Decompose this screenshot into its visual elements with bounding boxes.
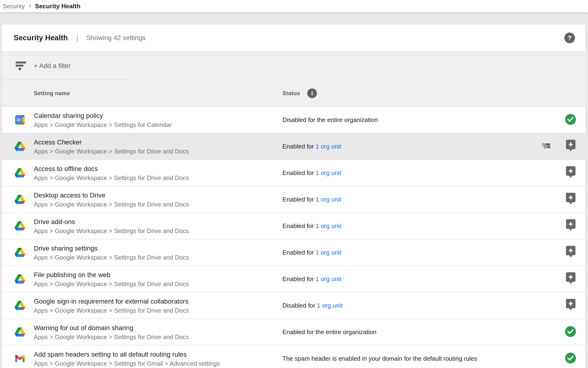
setting-text: Desktop access to Drive Apps > Google Wo… — [34, 191, 189, 209]
status-cell: Enabled for 1 org unit — [282, 249, 341, 256]
breadcrumb-current-page: Security Health — [35, 3, 80, 10]
drive-icon — [15, 168, 25, 178]
table-row[interactable]: Desktop access to Drive Apps > Google Wo… — [2, 186, 585, 212]
setting-text: Access Checker Apps > Google Workspace >… — [34, 138, 189, 156]
drive-icon — [15, 328, 25, 337]
setting-name: Google sign-in requirement for external … — [34, 297, 189, 306]
status-text: Enabled for — [282, 249, 316, 256]
setting-text: Add spam headers setting to all default … — [34, 350, 220, 368]
app-icon — [14, 142, 25, 151]
table-row[interactable]: Access Checker Apps > Google Workspace >… — [2, 133, 585, 159]
add-filter-button[interactable]: + Add a filter — [34, 62, 71, 70]
setting-name: Access to offline docs — [34, 164, 189, 173]
app-icon — [14, 195, 25, 204]
setting-path: Apps > Google Workspace > Settings for D… — [34, 306, 189, 315]
page-background: Security Health | Showing 42 settings ? … — [0, 12, 588, 368]
status-cell: Enabled for 1 org unit — [282, 196, 341, 203]
table-row[interactable]: Drive sharing settings Apps > Google Wor… — [2, 239, 585, 266]
setting-text: File publishing on the web Apps > Google… — [34, 270, 189, 289]
table-row[interactable]: File publishing on the web Apps > Google… — [2, 266, 585, 292]
org-unit-link[interactable]: 1 org unit — [317, 302, 342, 309]
app-icon — [14, 221, 25, 231]
status-info-icon[interactable]: i — [307, 88, 317, 98]
status-text: The spam header is enabled in your domai… — [282, 355, 477, 362]
table-row[interactable]: Warning for out of domain sharing Apps >… — [2, 319, 585, 345]
recommendation-icon[interactable] — [566, 246, 575, 258]
setting-text: Drive sharing settings Apps > Google Wor… — [34, 244, 189, 262]
table-row[interactable]: 31 Calendar sharing policy Apps > Google… — [2, 106, 585, 133]
setting-name: Drive sharing settings — [34, 244, 189, 253]
status-cell: Enabled for 1 org unit — [282, 143, 341, 150]
help-icon[interactable]: ? — [564, 33, 575, 43]
svg-text:31: 31 — [17, 118, 21, 122]
org-unit-link[interactable]: 1 org unit — [316, 169, 341, 176]
security-health-card: Security Health | Showing 42 settings ? … — [2, 24, 586, 368]
settings-list: 31 Calendar sharing policy Apps > Google… — [2, 106, 585, 368]
breadcrumb-chevron-icon: › — [29, 2, 31, 9]
status-cell: The spam header is enabled in your domai… — [282, 355, 477, 362]
setting-name: File publishing on the web — [34, 270, 189, 279]
setting-name: Add spam headers setting to all default … — [34, 350, 220, 359]
page-title: Security Health — [14, 34, 68, 42]
setting-path: Apps > Google Workspace > Settings for D… — [34, 332, 189, 342]
card-header: Security Health | Showing 42 settings ? — [2, 24, 585, 52]
table-row[interactable]: Google sign-in requirement for external … — [2, 292, 585, 319]
status-text: Enabled for — [282, 222, 316, 230]
recommendation-icon[interactable] — [566, 166, 575, 179]
status-text: Enabled for — [282, 276, 316, 283]
drive-icon — [15, 195, 25, 204]
setting-text: Google sign-in requirement for external … — [34, 297, 189, 315]
status-text: Disabled for the entire organization — [282, 116, 378, 123]
gmail-icon — [15, 355, 25, 362]
org-unit-link[interactable]: 1 org unit — [316, 276, 341, 283]
recommendation-icon[interactable] — [566, 272, 575, 285]
breadcrumb: Security › Security Health — [0, 0, 588, 12]
table-row[interactable]: Add spam headers setting to all default … — [2, 345, 585, 368]
status-text: Enabled for — [282, 196, 316, 203]
drive-icon — [15, 248, 25, 257]
status-text: Enabled for — [282, 169, 316, 176]
org-unit-link[interactable]: 1 org unit — [316, 249, 341, 256]
setting-path: Apps > Google Workspace > Settings for D… — [34, 200, 189, 209]
status-cell: Enabled for 1 org unit — [282, 222, 341, 230]
setting-name: Access Checker — [34, 138, 189, 147]
org-unit-icon — [542, 143, 550, 149]
filter-list-icon — [15, 61, 26, 70]
app-icon — [14, 355, 25, 362]
setting-name: Calendar sharing policy — [34, 111, 172, 120]
status-text: Enabled for the entire organization — [282, 329, 377, 336]
table-header: Setting name Status i — [2, 80, 585, 106]
recommendation-icon[interactable] — [566, 140, 575, 153]
settings-count: Showing 42 settings — [86, 34, 146, 42]
column-status: Status — [282, 90, 300, 97]
status-cell: Enabled for 1 org unit — [282, 169, 341, 177]
setting-name: Desktop access to Drive — [34, 191, 189, 200]
setting-text: Calendar sharing policy Apps > Google Wo… — [34, 111, 172, 129]
org-unit-link[interactable]: 1 org unit — [316, 196, 341, 203]
drive-icon — [15, 142, 25, 151]
breadcrumb-security-link[interactable]: Security — [3, 3, 25, 10]
recommendation-icon[interactable] — [566, 219, 575, 232]
setting-text: Drive add-ons Apps > Google Workspace > … — [34, 217, 189, 236]
app-icon — [14, 275, 25, 284]
setting-path: Apps > Google Workspace > Settings for G… — [34, 359, 220, 368]
app-icon — [14, 328, 25, 337]
table-row[interactable]: Drive add-ons Apps > Google Workspace > … — [2, 212, 585, 239]
table-row[interactable]: Access to offline docs Apps > Google Wor… — [2, 159, 585, 186]
org-unit-link[interactable]: 1 org unit — [316, 143, 341, 150]
status-text: Enabled for — [282, 143, 316, 150]
app-icon: 31 — [14, 115, 25, 125]
setting-name: Drive add-ons — [34, 217, 189, 226]
status-ok-icon — [565, 326, 576, 338]
org-unit-link[interactable]: 1 org unit — [316, 222, 341, 230]
status-cell: Disabled for 1 org unit — [282, 302, 342, 309]
app-icon — [14, 168, 25, 178]
app-icon — [14, 301, 25, 310]
filter-and-header-band: + Add a filter Setting name Status i — [2, 52, 585, 106]
drive-icon — [15, 221, 25, 231]
setting-text: Access to offline docs Apps > Google Wor… — [34, 164, 189, 183]
drive-icon — [15, 301, 25, 310]
recommendation-icon[interactable] — [566, 193, 575, 206]
status-text: Disabled for — [282, 302, 317, 309]
recommendation-icon[interactable] — [566, 299, 575, 312]
